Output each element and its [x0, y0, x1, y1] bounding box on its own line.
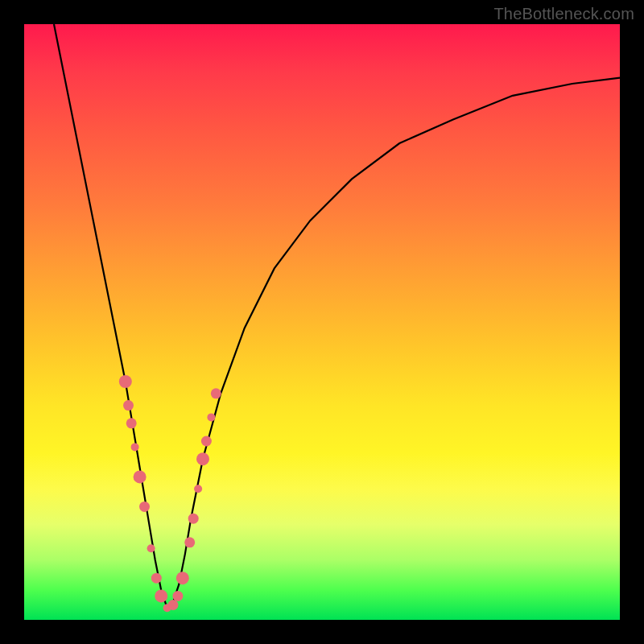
watermark-text: TheBottleneck.com — [493, 5, 634, 23]
gradient-plot-area — [24, 24, 620, 620]
outer-black-frame — [24, 24, 620, 620]
